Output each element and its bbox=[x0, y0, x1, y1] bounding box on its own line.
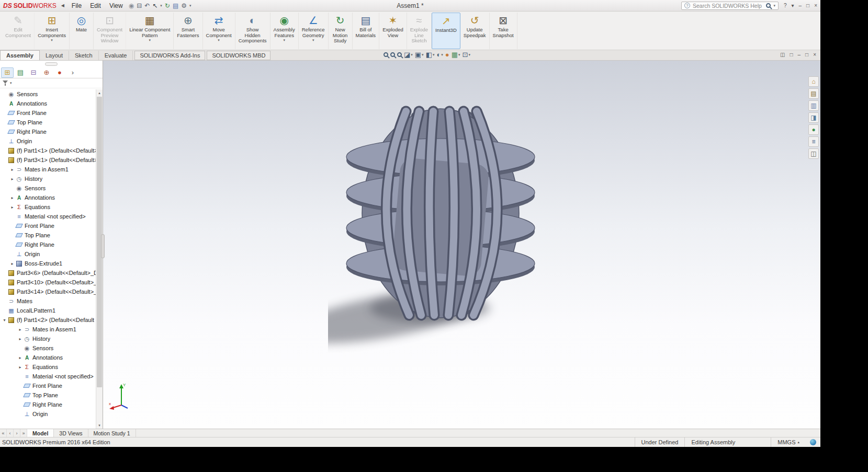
globe-icon[interactable] bbox=[810, 439, 816, 445]
hide-show-items-caret-icon[interactable]: ▾ bbox=[441, 53, 443, 57]
view-orientation-caret-icon[interactable]: ▾ bbox=[422, 53, 424, 57]
solidworks-resources-tab[interactable]: ⌂ bbox=[808, 76, 819, 87]
section-view-icon[interactable]: ◪ bbox=[404, 51, 410, 58]
insert-components-caret-icon[interactable]: ▾ bbox=[51, 38, 53, 42]
help-button[interactable]: ? bbox=[784, 3, 787, 8]
tree-item-part3-14-default-default-disp[interactable]: Part3<14> (Default<<Default>_Disp bbox=[0, 287, 96, 296]
appearances-scenes-tab[interactable]: ● bbox=[808, 124, 819, 135]
graphics-viewport[interactable]: Y x ⌂▤▥◨●≡◫ bbox=[103, 61, 820, 429]
smart-fasteners-button[interactable]: ⊕SmartFasteners bbox=[174, 13, 202, 49]
tree-item-annotations[interactable]: AAnnotations bbox=[0, 99, 96, 108]
display-style-caret-icon[interactable]: ▾ bbox=[433, 53, 435, 57]
display-style-icon[interactable]: ◧ bbox=[426, 51, 432, 58]
view-settings-icon[interactable]: ⊡ bbox=[462, 51, 468, 58]
tree-item-mates[interactable]: ⊃Mates bbox=[0, 296, 96, 306]
section-view-caret-icon[interactable]: ▾ bbox=[411, 53, 413, 57]
tree-item-origin[interactable]: ⊥Origin bbox=[0, 136, 96, 146]
select-cursor-icon[interactable]: ↖ bbox=[152, 3, 157, 9]
update-speedpak-button[interactable]: ↺UpdateSpeedpak bbox=[460, 13, 490, 49]
tree-item-mates-in-assem1[interactable]: ▸⊃Mates in Assem1 bbox=[0, 165, 96, 174]
tab-scroll-next-button[interactable]: › bbox=[14, 429, 20, 437]
tree-item-f-part3-1-default-default-di[interactable]: (f) Part3<1> (Default<<Default>_Di bbox=[0, 155, 96, 165]
search-input[interactable]: Search SOLIDWORKS Help bbox=[693, 3, 763, 9]
insert-components-button[interactable]: ⊞InsertComponents▾ bbox=[35, 13, 70, 49]
tree-item-material-not-specified[interactable]: ≡Material <not specified> bbox=[0, 212, 96, 221]
expand-right-icon[interactable]: ▸ bbox=[9, 195, 15, 200]
close-button[interactable]: × bbox=[814, 3, 817, 8]
tab-solidworks-mbd[interactable]: SOLIDWORKS MBD bbox=[207, 51, 270, 60]
tree-item-front-plane[interactable]: Front Plane bbox=[0, 221, 96, 231]
tree-item-material-not-specified[interactable]: ≡Material <not specified> bbox=[0, 372, 96, 381]
tree-item-history[interactable]: ▸◷History bbox=[0, 174, 96, 183]
doc-restore-button[interactable]: □ bbox=[805, 52, 808, 57]
doc-new-window-button[interactable]: □ bbox=[790, 52, 793, 57]
tree-item-part3-10-default-default-disp[interactable]: Part3<10> (Default<<Default>_Disp bbox=[0, 278, 96, 287]
tree-item-top-plane[interactable]: Top Plane bbox=[0, 231, 96, 240]
assembly-features-button[interactable]: ◉AssemblyFeatures▾ bbox=[270, 13, 299, 49]
filter-caret-icon[interactable]: ▾ bbox=[10, 81, 12, 85]
expand-right-icon[interactable]: ▸ bbox=[9, 177, 15, 181]
tree-item-part3-6-default-default-displ[interactable]: Part3<6> (Default<<Default>_Displ bbox=[0, 268, 96, 278]
tab-motion-study-1[interactable]: Motion Study 1 bbox=[88, 429, 136, 437]
doc-cascade-button[interactable]: ◫ bbox=[780, 52, 785, 57]
minimize-button[interactable]: – bbox=[799, 3, 802, 8]
tree-item-top-plane[interactable]: Top Plane bbox=[0, 118, 96, 127]
filter-funnel-icon[interactable] bbox=[3, 80, 8, 86]
tree-item-equations[interactable]: ▸ΣEquations bbox=[0, 362, 96, 372]
tree-item-origin[interactable]: ⊥Origin bbox=[0, 249, 96, 259]
tree-item-front-plane[interactable]: Front Plane bbox=[0, 381, 96, 390]
bill-of-materials-button[interactable]: ▤Bill ofMaterials bbox=[353, 13, 380, 49]
tree-item-annotations[interactable]: ▸AAnnotations bbox=[0, 193, 96, 202]
view-settings-caret-icon[interactable]: ▾ bbox=[468, 53, 470, 57]
tree-item-origin[interactable]: ⊥Origin bbox=[0, 409, 96, 419]
view-palette-tab[interactable]: ◨ bbox=[808, 112, 819, 123]
options-gear-icon[interactable]: ⚙ bbox=[181, 3, 187, 9]
hide-show-items-icon[interactable]: ◐ bbox=[436, 51, 441, 58]
collapse-menu-arrow-icon[interactable]: ◀ bbox=[60, 3, 66, 8]
new-motion-study-button[interactable]: ↻NewMotionStudy bbox=[329, 13, 353, 49]
tab-layout[interactable]: Layout bbox=[40, 51, 69, 60]
file-properties-icon[interactable]: ▤ bbox=[173, 3, 178, 9]
show-hidden-components-button[interactable]: ◐ShowHiddenComponents bbox=[235, 13, 270, 49]
scroll-down-arrow-icon[interactable]: ▾ bbox=[96, 422, 103, 429]
help-caret-icon[interactable]: ▾ bbox=[792, 3, 794, 8]
mate-button[interactable]: ◎Mate bbox=[70, 13, 94, 49]
reference-geometry-caret-icon[interactable]: ▾ bbox=[312, 38, 314, 42]
expand-right-icon[interactable]: ▸ bbox=[17, 337, 23, 341]
design-library-tab[interactable]: ▤ bbox=[808, 88, 819, 99]
tree-item-equations[interactable]: ▸ΣEquations bbox=[0, 202, 96, 212]
rebuild-icon[interactable]: ↻ bbox=[165, 3, 170, 9]
tree-item-boss-extrude1[interactable]: ▸Boss-Extrude1 bbox=[0, 259, 96, 268]
restore-button[interactable]: □ bbox=[806, 3, 809, 8]
file-explorer-tab[interactable]: ▥ bbox=[808, 100, 819, 111]
assembly-3d-model[interactable] bbox=[328, 67, 548, 381]
tree-item-top-plane[interactable]: Top Plane bbox=[0, 390, 96, 400]
panel-splitter-handle[interactable] bbox=[101, 234, 105, 258]
edit-appearance-icon[interactable]: ● bbox=[445, 51, 449, 58]
linear-component-pattern-caret-icon[interactable]: ▾ bbox=[149, 38, 151, 42]
apply-scene-caret-icon[interactable]: ▾ bbox=[458, 53, 460, 57]
tree-item-sensors[interactable]: ◉Sensors bbox=[0, 183, 96, 193]
tree-item-locallpattern1[interactable]: ▦LocalLPattern1 bbox=[0, 306, 96, 315]
menu-view[interactable]: View bbox=[107, 2, 126, 9]
tab-evaluate[interactable]: Evaluate bbox=[99, 51, 133, 60]
take-snapshot-button[interactable]: ⊠TakeSnapshot bbox=[490, 13, 517, 49]
select-cursor-caret-icon[interactable]: ▾ bbox=[160, 4, 162, 8]
tree-item-f-part1-1-default-default-di[interactable]: (f) Part1<1> (Default<<Default>_Di bbox=[0, 146, 96, 155]
tab-scroll-first-button[interactable]: « bbox=[0, 429, 7, 437]
propertymanager-tab[interactable]: ▤ bbox=[14, 67, 27, 78]
zoom-to-fit-icon[interactable] bbox=[384, 52, 388, 57]
linear-component-pattern-button[interactable]: ▦Linear ComponentPattern▾ bbox=[126, 13, 174, 49]
tab-assembly[interactable]: Assembly bbox=[0, 50, 40, 60]
tab-sketch[interactable]: Sketch bbox=[69, 51, 99, 60]
tree-item-right-plane[interactable]: Right Plane bbox=[0, 400, 96, 409]
tree-item-mates-in-assem1[interactable]: ▸⊃Mates in Assem1 bbox=[0, 325, 96, 334]
apply-scene-icon[interactable]: ▦ bbox=[452, 51, 458, 58]
assembly-features-caret-icon[interactable]: ▾ bbox=[283, 38, 285, 42]
menu-file[interactable]: File bbox=[69, 2, 84, 9]
tab-model[interactable]: Model bbox=[27, 429, 54, 437]
move-component-button[interactable]: ⇄MoveComponent▾ bbox=[203, 13, 235, 49]
menu-edit[interactable]: Edit bbox=[87, 2, 104, 9]
expand-right-icon[interactable]: ▸ bbox=[9, 205, 15, 210]
tree-item-history[interactable]: ▸◷History bbox=[0, 334, 96, 343]
